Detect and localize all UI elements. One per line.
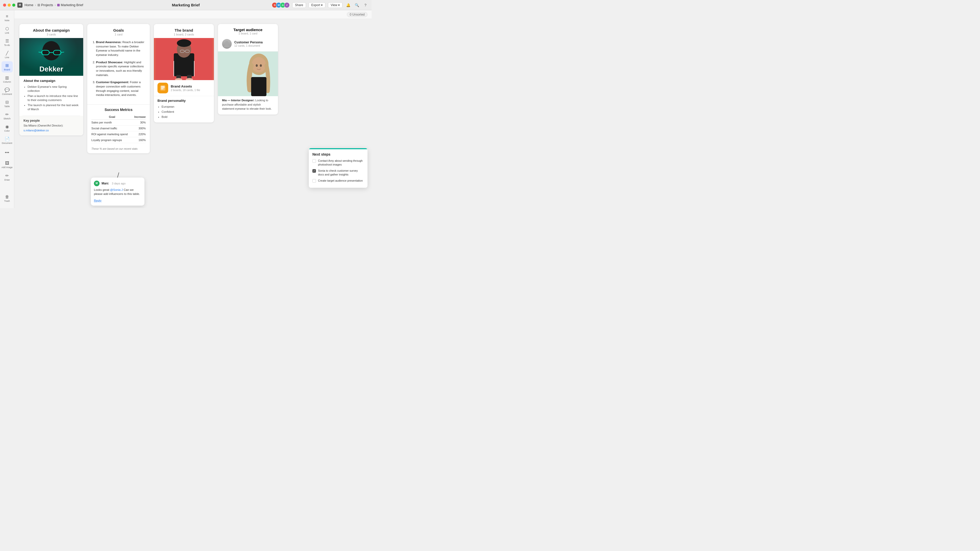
goals-header: Goals 1 card: [87, 24, 150, 38]
next-steps-overlay: Next steps Contact Amy about sending thr…: [309, 148, 368, 188]
brand-assets-row[interactable]: Brand Assets 2 boards, 18 cards, 1 file: [154, 80, 214, 96]
metrics-note: These % are based on our recent stats: [87, 145, 150, 153]
metrics-section: Success Metrics Goal Increase Sales per …: [87, 105, 150, 145]
key-people-name: Sia Milano (Owner/Art Director):: [24, 124, 79, 127]
key-people-section: Key people Sia Milano (Owner/Art Directo…: [19, 116, 83, 135]
trash-button[interactable]: 🗑 Trash: [2, 193, 13, 204]
key-people-email[interactable]: s.milano@dekker.co: [24, 129, 49, 132]
goal-label-2: Customer Engagement:: [96, 81, 129, 84]
svg-point-9: [177, 39, 191, 47]
sidebar: ≡ Note ⬡ Link ☰ To-do ╱ Line ⊞ Board ▥ C…: [0, 10, 14, 208]
next-step-checkbox-0[interactable]: [312, 159, 316, 163]
metric-row-2: ROI against marketing spend 220%: [91, 131, 146, 137]
column-icon: ▥: [5, 75, 9, 80]
sidebar-label-board: Board: [4, 68, 10, 71]
traffic-lights: [3, 3, 15, 6]
next-step-2: Create target audience presentation: [312, 179, 364, 183]
trash-label: Trash: [4, 200, 10, 202]
title-bar-actions: S M A J Share Export View 🔔 🔍 ?: [273, 2, 369, 8]
comment-mention[interactable]: @Sonia J: [110, 188, 123, 191]
line-icon: ╱: [6, 51, 8, 56]
current-dot: [57, 4, 60, 6]
breadcrumb-home[interactable]: Home: [24, 3, 33, 7]
search-icon[interactable]: 🔍: [354, 2, 360, 8]
next-step-0: Contact Amy about sending through photos…: [312, 159, 364, 167]
sidebar-label-comment: Comment: [2, 93, 12, 95]
sidebar-item-table[interactable]: ⊟ Table: [2, 98, 13, 109]
card-about: About the campaign 3 cards: [19, 24, 83, 135]
persona-info: Customer Persona 12 cards, 1 document: [234, 41, 262, 47]
persona-avatar: [222, 39, 232, 49]
sidebar-item-addimage[interactable]: 🖼 Add Image: [2, 159, 13, 170]
goal-item-2: Customer Engagement: Foster a deeper con…: [96, 80, 146, 97]
maximize-button[interactable]: [12, 3, 15, 6]
table-icon: ⊟: [5, 100, 9, 105]
metric-row-1: Social channel traffic 300%: [91, 125, 146, 131]
svg-rect-21: [161, 89, 164, 89]
avatar-4: J: [284, 2, 290, 8]
comment-text-before: Looks great: [94, 188, 110, 191]
card-target: Target audience 1 board, 1 card: [218, 24, 278, 114]
share-button[interactable]: Share: [292, 2, 306, 8]
breadcrumb-current[interactable]: Marketing Brief: [57, 3, 83, 7]
svg-line-5: [61, 52, 64, 52]
about-subtitle: 3 cards: [24, 33, 79, 36]
next-step-text-0: Contact Amy about sending through photos…: [318, 159, 364, 167]
minimize-button[interactable]: [8, 3, 11, 6]
comment-bubble: M Marc 3 days ago Looks great @Sonia J C…: [91, 178, 145, 206]
more-icon: •••: [5, 150, 9, 155]
sidebar-label-link: Link: [5, 32, 9, 34]
svg-point-29: [256, 64, 258, 67]
sidebar-item-sketch[interactable]: ✏ Sketch: [2, 110, 13, 121]
sidebar-label-note: Note: [5, 19, 10, 22]
next-step-text-1: Sonia to check customer survey docs and …: [318, 169, 364, 177]
unsorted-badge[interactable]: 0 Unsorted: [347, 12, 368, 17]
personality-item-2: Bold: [162, 115, 210, 119]
sidebar-item-todo[interactable]: ☰ To-do: [2, 37, 13, 48]
metrics-col-goal: Goal: [91, 114, 133, 120]
close-button[interactable]: [3, 3, 6, 6]
svg-rect-20: [161, 87, 165, 88]
brand-personality: Brand personality European Confident Bol…: [154, 96, 214, 122]
reply-link[interactable]: Reply: [94, 199, 101, 202]
brand-image: [154, 38, 214, 80]
todo-icon: ☰: [5, 38, 9, 43]
sidebar-item-more[interactable]: •••: [2, 147, 13, 158]
metrics-title: Success Metrics: [91, 108, 146, 112]
sidebar-item-link[interactable]: ⬡ Link: [2, 24, 13, 36]
goal-label-1: Product Showcase:: [96, 61, 123, 64]
sidebar-item-column[interactable]: ▥ Column: [2, 73, 13, 85]
svg-point-27: [251, 57, 266, 73]
svg-rect-28: [251, 77, 266, 96]
breadcrumb-projects[interactable]: Projects: [38, 3, 53, 7]
brand-name: Dekker: [39, 65, 63, 76]
sidebar-item-color[interactable]: ◉ Color: [2, 122, 13, 134]
current-label: Marketing Brief: [61, 3, 83, 7]
collaborators: S M A J: [273, 2, 290, 8]
sidebar-item-draw[interactable]: ✏ Draw: [2, 171, 13, 183]
sidebar-label-sketch: Sketch: [3, 118, 11, 120]
target-model-svg: [218, 52, 278, 96]
metric-goal-2: ROI against marketing spend: [91, 131, 133, 137]
metric-goal-3: Loyalty program signups: [91, 137, 133, 143]
next-step-checkbox-1[interactable]: ✓: [312, 169, 316, 173]
metric-goal-1: Social channel traffic: [91, 125, 133, 131]
help-icon[interactable]: ?: [363, 2, 369, 8]
customer-persona-row[interactable]: Customer Persona 12 cards, 1 document: [218, 37, 278, 52]
next-step-checkbox-2[interactable]: [312, 179, 316, 183]
comment-author: Marc: [102, 182, 109, 185]
brand-assets-title: Brand Assets: [171, 84, 200, 88]
document-icon: 📄: [5, 137, 10, 141]
persona-title: Customer Persona: [234, 41, 262, 44]
view-button[interactable]: View: [328, 2, 342, 8]
sidebar-item-document[interactable]: 📄 Document: [2, 135, 13, 146]
draw-icon: ✏: [5, 173, 9, 178]
color-icon: ◉: [5, 124, 9, 129]
sidebar-item-comment[interactable]: 💬 Comment: [2, 86, 13, 97]
sidebar-item-note[interactable]: ≡ Note: [2, 12, 13, 24]
sidebar-item-board[interactable]: ⊞ Board: [2, 61, 13, 73]
notifications-icon[interactable]: 🔔: [345, 2, 351, 8]
goal-item-0: Brand Awareness: Reach a broader consume…: [96, 40, 146, 57]
sidebar-item-line[interactable]: ╱ Line: [2, 49, 13, 60]
export-button[interactable]: Export: [309, 2, 325, 8]
